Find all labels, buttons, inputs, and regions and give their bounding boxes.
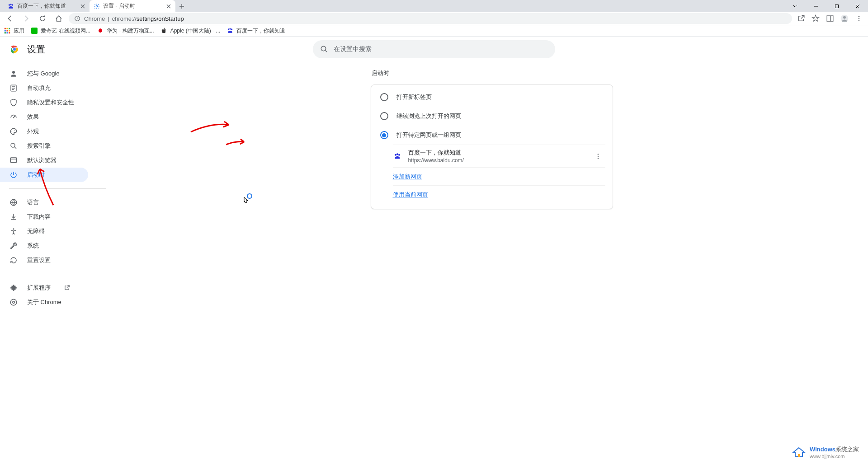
back-button[interactable] <box>4 12 16 25</box>
chrome-logo-icon <box>9 44 20 55</box>
person-icon <box>9 69 18 78</box>
sidebar-item-label: 自动填充 <box>27 84 51 92</box>
chrome-menu-icon[interactable] <box>854 13 864 24</box>
window-close-button[interactable] <box>847 0 868 12</box>
side-panel-icon[interactable] <box>825 13 835 24</box>
content-area: 您与 Google 自动填充 隐私设置和安全性 效果 外观 搜索引擎 <box>0 37 868 464</box>
svg-rect-15 <box>9 28 10 29</box>
sidebar-item-label: 您与 Google <box>27 70 60 78</box>
tab-close-button[interactable] <box>80 3 86 9</box>
sidebar-item-label: 下载内容 <box>27 213 51 221</box>
info-icon <box>9 298 18 307</box>
page-title: 设置 <box>27 43 45 56</box>
bookmark-item-baidu[interactable]: 百度一下，你就知道 <box>226 27 285 35</box>
radio-new-tab[interactable]: 打开新标签页 <box>371 88 613 107</box>
bookmark-item-apple[interactable]: Apple (中国大陆) - ... <box>160 27 221 35</box>
svg-point-34 <box>13 130 14 131</box>
bookmark-label: 百度一下，你就知道 <box>236 27 285 35</box>
palette-icon <box>9 127 18 136</box>
browser-toolbar: Chrome | chrome://settings/onStartup <box>0 12 868 25</box>
svg-point-42 <box>395 154 396 155</box>
sidebar-item-about[interactable]: 关于 Chrome <box>0 295 88 309</box>
svg-rect-4 <box>835 5 839 8</box>
svg-point-2 <box>12 4 14 6</box>
svg-rect-14 <box>6 28 8 29</box>
sidebar-item-autofill[interactable]: 自动填充 <box>0 81 88 95</box>
sidebar-item-label: 无障碍 <box>27 227 45 235</box>
bookmark-item-huawei[interactable]: 华为 - 构建万物互... <box>97 27 154 35</box>
radio-specific-pages[interactable]: 打开特定网页或一组网页 <box>371 126 613 145</box>
svg-point-44 <box>398 154 400 155</box>
sidebar-item-appearance[interactable]: 外观 <box>0 124 88 139</box>
page-more-menu-button[interactable] <box>591 149 605 164</box>
sidebar-item-label: 系统 <box>27 242 39 250</box>
wrench-icon <box>9 241 18 250</box>
omnibox-url-prefix: chrome:// <box>112 15 137 22</box>
sidebar-item-you-and-google[interactable]: 您与 Google <box>0 66 88 81</box>
apps-label: 应用 <box>14 27 24 35</box>
sidebar-separator <box>9 274 106 274</box>
sidebar-item-label: 隐私设置和安全性 <box>27 98 74 107</box>
sidebar-item-performance[interactable]: 效果 <box>0 110 88 124</box>
startup-page-title: 百度一下，你就知道 <box>408 149 585 157</box>
sidebar-item-languages[interactable]: 语言 <box>0 195 88 210</box>
add-page-row: 添加新网页 <box>393 167 605 185</box>
radio-label: 打开特定网页或一组网页 <box>396 131 461 139</box>
bookmark-bar: 应用 爱奇艺-在线视频网... 华为 - 构建万物互... Apple (中国大… <box>0 25 868 37</box>
sidebar-item-label: 扩展程序 <box>27 284 51 292</box>
use-current-pages-link[interactable]: 使用当前网页 <box>393 191 428 198</box>
iqiyi-favicon-icon <box>31 27 38 34</box>
window-dropdown-button[interactable] <box>785 0 806 12</box>
apps-shortcut[interactable]: 应用 <box>4 27 24 35</box>
tab-close-button[interactable] <box>165 3 172 9</box>
browser-tab-settings[interactable]: 设置 - 启动时 <box>90 0 175 12</box>
apple-favicon-icon <box>160 27 168 34</box>
sidebar-item-downloads[interactable]: 下载内容 <box>0 210 88 224</box>
site-info-icon[interactable] <box>74 15 80 22</box>
svg-point-0 <box>9 4 10 6</box>
new-tab-button[interactable] <box>175 0 188 12</box>
sidebar-item-label: 启动时 <box>27 171 45 179</box>
sidebar-separator <box>9 188 106 189</box>
sidebar-item-on-startup[interactable]: 启动时 <box>0 168 88 182</box>
svg-rect-20 <box>6 32 8 33</box>
baidu-favicon-icon <box>393 152 402 161</box>
svg-point-47 <box>597 158 598 159</box>
settings-search-input[interactable]: 在设置中搜索 <box>313 40 555 58</box>
power-icon <box>9 170 18 179</box>
sidebar-item-default-browser[interactable]: 默认浏览器 <box>0 153 88 168</box>
svg-rect-37 <box>10 158 17 163</box>
sidebar-item-label: 关于 Chrome <box>27 298 61 306</box>
sidebar-item-privacy[interactable]: 隐私设置和安全性 <box>0 95 88 110</box>
reset-icon <box>9 256 18 265</box>
settings-main: 启动时 打开新标签页 继续浏览上次打开的网页 打开特定网页或一组网页 <box>115 37 868 464</box>
svg-point-23 <box>228 28 230 30</box>
sidebar-item-extensions[interactable]: 扩展程序 <box>0 281 88 295</box>
svg-rect-17 <box>6 30 8 31</box>
bookmark-item-iqiyi[interactable]: 爱奇艺-在线视频网... <box>31 27 90 35</box>
svg-rect-13 <box>5 28 6 29</box>
home-button[interactable] <box>52 12 65 25</box>
sidebar-item-label: 外观 <box>27 127 39 136</box>
address-bar[interactable]: Chrome | chrome://settings/onStartup <box>69 13 792 24</box>
browser-tab-baidu[interactable]: 百度一下，你就知道 <box>4 0 90 12</box>
sidebar-item-accessibility[interactable]: 无障碍 <box>0 224 88 239</box>
window-controls <box>785 0 868 12</box>
forward-button[interactable] <box>20 12 33 25</box>
window-minimize-button[interactable] <box>806 0 826 12</box>
share-icon[interactable] <box>796 13 807 24</box>
sidebar-item-system[interactable]: 系统 <box>0 239 88 253</box>
profile-avatar-icon[interactable] <box>839 13 850 24</box>
watermark: Windows系统之家 www.bjjmlv.com <box>792 445 859 459</box>
reload-button[interactable] <box>36 12 49 25</box>
radio-continue[interactable]: 继续浏览上次打开的网页 <box>371 107 613 126</box>
svg-point-9 <box>843 16 846 19</box>
bookmark-star-icon[interactable] <box>810 13 821 24</box>
globe-icon <box>9 198 18 207</box>
sidebar-item-reset[interactable]: 重置设置 <box>0 253 88 267</box>
tab-strip: 百度一下，你就知道 设置 - 启动时 <box>0 0 188 12</box>
window-maximize-button[interactable] <box>826 0 847 12</box>
startup-card: 打开新标签页 继续浏览上次打开的网页 打开特定网页或一组网页 百度一下，你就知道 <box>371 84 613 209</box>
sidebar-item-search-engine[interactable]: 搜索引擎 <box>0 139 88 153</box>
add-new-page-link[interactable]: 添加新网页 <box>393 173 422 180</box>
